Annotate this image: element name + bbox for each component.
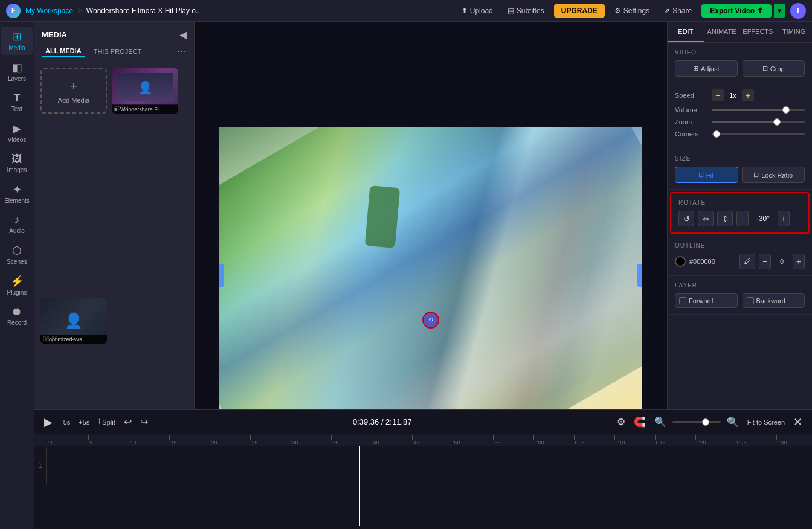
corners-slider[interactable] [712,133,805,135]
flip-vertical-button[interactable]: ⇕ [717,211,733,226]
timeline-settings-button[interactable]: ⚙ [614,415,628,429]
outline-section: OUTLINE #000000 🖊 − 0 + [668,236,812,276]
timeline-ruler: :0:5:10:15:20:25:30:35:40:45:50:551:001:… [34,434,812,446]
settings-button[interactable]: ⚙ Settings [610,4,654,18]
flip-horizontal-button[interactable]: ⇔ [698,211,714,226]
sidebar-item-videos[interactable]: ▶ Videos [1,118,33,147]
layers-icon: ◧ [12,61,22,74]
sidebar-item-layers[interactable]: ◧ Layers [1,57,33,86]
outline-increase-button[interactable]: + [793,254,805,269]
play-button[interactable]: ▶ [42,414,55,430]
workspace-breadcrumb[interactable]: My Workspace > Wondershare Filmora X Hit… [25,7,202,15]
preview-canvas[interactable]: ↻ [219,127,642,423]
adjust-button[interactable]: ⊞ Adjust [675,60,738,77]
fill-button[interactable]: ⊞ Fill [675,167,738,183]
speed-decrease-button[interactable]: − [712,89,724,101]
text-icon: T [14,92,21,104]
adjust-icon: ⊞ [693,65,698,72]
subtitles-button[interactable]: ▤ Subtitles [503,4,549,18]
sidebar-item-images[interactable]: 🖼 Images [1,149,33,177]
media-thumb-2[interactable]: 👤 06:28 □ optimized-Ws... [40,298,107,344]
rotate-decrease-button[interactable]: − [736,211,749,226]
sidebar-item-media[interactable]: ⊞ Media [1,27,33,55]
tab-all-media[interactable]: ALL MEDIA [42,46,85,57]
volume-row: Volume [675,106,805,114]
export-dropdown-button[interactable]: ▾ [774,4,785,18]
sidebar-item-record[interactable]: ⏺ Record [1,302,33,330]
sidebar-item-plugins[interactable]: ⚡ Plugins [1,271,33,300]
preview-handle-left[interactable] [219,264,224,287]
timeline-toolbar: ▶ -5s +5s ⌇Fit to ScreenSplit ↩ ↪ 0:39.3… [34,410,812,434]
rewind-button[interactable]: -5s [59,417,72,427]
volume-label: Volume [675,106,708,114]
upload-button[interactable]: ⬆ Upload [457,4,498,18]
sidebar-item-text[interactable]: T Text [1,88,33,116]
audio-icon: ♪ [14,214,20,226]
subtitles-icon: ▤ [507,7,514,15]
fill-icon: ⊞ [698,171,704,179]
export-button[interactable]: Export Video ⬆ [701,4,772,18]
rotate-counterclockwise-button[interactable]: ↺ [678,211,694,226]
share-button[interactable]: ⇗ Share [659,4,697,18]
undo-button[interactable]: ↩ [121,415,134,429]
zoom-in-button[interactable]: 🔍 [724,415,741,429]
layer-section: LAYER Forward Backward [668,276,812,315]
tab-animate[interactable]: ANIMATE [704,22,740,42]
preview-handle-right[interactable] [637,264,642,287]
redo-button[interactable]: ↪ [138,415,150,429]
video-section-title: VIDEO [675,49,805,56]
zoom-slider[interactable] [712,121,805,123]
rotate-value: -30° [752,214,774,223]
backward-checkbox[interactable] [747,297,754,304]
add-media-button[interactable]: + Add Media [40,68,107,114]
zoom-thumb [702,418,709,426]
images-icon: 🖼 [11,153,22,165]
avatar[interactable]: I [790,3,806,19]
outline-decrease-button[interactable]: − [759,254,771,269]
timeline-magnet-button[interactable]: 🧲 [631,415,648,429]
outline-eyedropper-button[interactable]: 🖊 [740,254,755,269]
tab-timing[interactable]: TIMING [776,22,812,42]
layer-section-title: LAYER [675,282,805,289]
forward-button[interactable]: +5s [76,417,92,427]
timeline-track-1: 1 [34,447,812,484]
zoom-slider-track[interactable] [672,421,721,423]
media-thumb-name-2: □ optimized-Ws... [40,335,107,344]
timeline-close-button[interactable]: ✕ [791,414,805,430]
timeline: ▶ -5s +5s ⌇Fit to ScreenSplit ↩ ↪ 0:39.3… [34,409,812,529]
forward-button[interactable]: Forward [675,293,738,308]
size-section: SIZE ⊞ Fill ⊟ Lock Ratio [668,149,812,190]
sidebar-item-scenes[interactable]: ⬡ Scenes [1,240,33,269]
speed-section: Speed − 1x + Volume Zoom [668,83,812,149]
speed-value: 1x [726,92,740,99]
preview-drag-handle[interactable]: ↻ [422,312,439,329]
backward-button[interactable]: Backward [743,293,805,308]
upgrade-button[interactable]: UPGRADE [554,4,605,18]
layer-buttons-row: Forward Backward [675,293,805,308]
rotate-increase-button[interactable]: + [778,211,790,226]
forward-checkbox[interactable] [679,297,686,304]
track-content-area[interactable] [47,447,812,484]
media-more-button[interactable]: ⋯ [177,45,187,57]
speed-label: Speed [675,92,708,99]
outline-color-swatch[interactable] [675,256,686,267]
media-thumb-1[interactable]: 👤 02:11 ■ Wondershare Fi... [112,68,178,114]
speed-increase-button[interactable]: + [742,89,754,101]
volume-slider[interactable] [712,109,805,111]
split-button[interactable]: ⌇Fit to ScreenSplit [95,417,117,427]
zoom-row: Zoom [675,118,805,126]
zoom-out-button[interactable]: 🔍 [652,415,669,429]
sidebar-item-elements[interactable]: ✦ Elements [1,179,33,208]
outline-controls: #000000 🖊 − 0 + [675,254,805,269]
lock-ratio-button[interactable]: ⊟ Lock Ratio [742,167,805,183]
timeline-time-display: 0:39.36 / 2:11.87 [154,417,611,426]
media-collapse-button[interactable]: ◀ [179,29,187,40]
tab-edit[interactable]: EDIT [668,22,704,42]
add-icon: + [70,79,78,94]
crop-icon: ⊡ [762,65,768,72]
tab-effects[interactable]: EFFECTS [740,22,776,42]
fit-to-screen-button[interactable]: Fit to Screen [745,417,787,427]
crop-button[interactable]: ⊡ Crop [743,60,805,77]
sidebar-item-audio[interactable]: ♪ Audio [1,210,33,238]
tab-this-project[interactable]: THIS PROJECT [90,46,145,56]
